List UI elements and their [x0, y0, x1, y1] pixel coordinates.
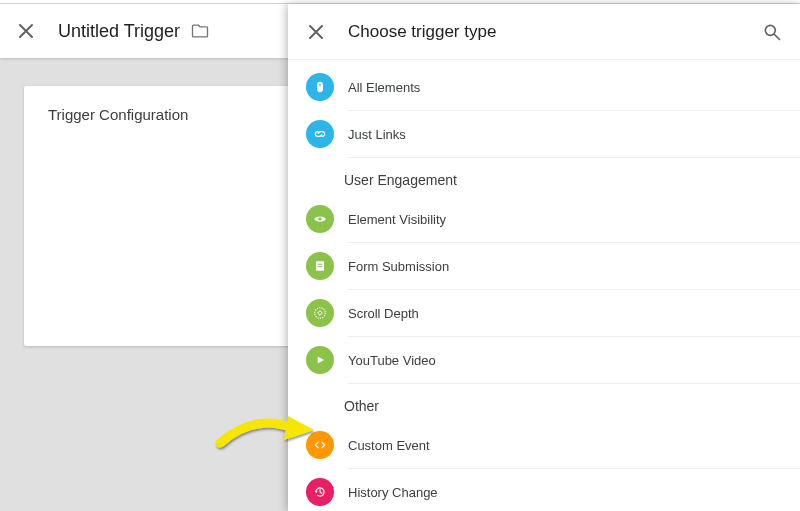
- svg-rect-3: [319, 84, 320, 87]
- close-icon[interactable]: [304, 20, 328, 44]
- section-label-other: Other: [288, 384, 800, 422]
- panel-body[interactable]: All Elements Just Links User Engagement …: [288, 60, 800, 511]
- eye-icon: [306, 205, 334, 233]
- trigger-option-label: YouTube Video: [348, 353, 436, 368]
- mouse-icon: [306, 73, 334, 101]
- code-icon: [306, 431, 334, 459]
- trigger-option-element-visibility[interactable]: Element Visibility: [288, 196, 800, 242]
- svg-marker-10: [315, 491, 318, 493]
- search-icon[interactable]: [760, 20, 784, 44]
- trigger-option-all-elements[interactable]: All Elements: [288, 64, 800, 110]
- trigger-option-label: History Change: [348, 485, 438, 500]
- section-label-engagement: User Engagement: [288, 158, 800, 196]
- svg-point-0: [765, 25, 775, 35]
- svg-point-8: [315, 308, 326, 319]
- svg-marker-9: [318, 357, 324, 364]
- trigger-option-label: Scroll Depth: [348, 306, 419, 321]
- form-icon: [306, 252, 334, 280]
- panel-title: Choose trigger type: [348, 22, 760, 42]
- trigger-option-label: Custom Event: [348, 438, 430, 453]
- page-title[interactable]: Untitled Trigger: [58, 21, 180, 42]
- trigger-type-panel: Choose trigger type All Elements Just Li…: [288, 4, 800, 511]
- trigger-option-label: Just Links: [348, 127, 406, 142]
- trigger-option-label: Form Submission: [348, 259, 449, 274]
- trigger-option-just-links[interactable]: Just Links: [288, 111, 800, 157]
- play-icon: [306, 346, 334, 374]
- folder-icon[interactable]: [190, 21, 210, 41]
- svg-rect-2: [317, 82, 323, 93]
- scroll-icon: [306, 299, 334, 327]
- history-icon: [306, 478, 334, 506]
- trigger-option-custom-event[interactable]: Custom Event: [288, 422, 800, 468]
- link-icon: [306, 120, 334, 148]
- trigger-option-label: All Elements: [348, 80, 420, 95]
- close-icon[interactable]: [14, 19, 38, 43]
- svg-point-4: [318, 217, 322, 221]
- panel-header: Choose trigger type: [288, 4, 800, 60]
- trigger-option-label: Element Visibility: [348, 212, 446, 227]
- trigger-option-scroll-depth[interactable]: Scroll Depth: [288, 290, 800, 336]
- trigger-option-youtube-video[interactable]: YouTube Video: [288, 337, 800, 383]
- trigger-option-history-change[interactable]: History Change: [288, 469, 800, 511]
- svg-rect-5: [316, 261, 324, 270]
- trigger-option-form-submission[interactable]: Form Submission: [288, 243, 800, 289]
- svg-line-1: [775, 34, 780, 39]
